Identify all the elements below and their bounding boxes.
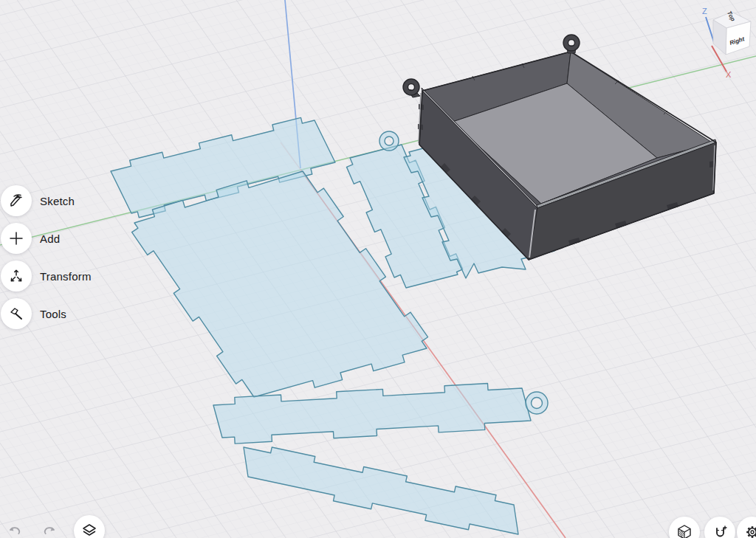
pen-icon: [8, 193, 24, 209]
add-label: Add: [40, 232, 60, 245]
undo-button[interactable]: [2, 518, 27, 538]
sketch-label: Sketch: [40, 195, 75, 207]
hammer-icon: [8, 306, 24, 322]
arrows-icon: [8, 268, 24, 284]
gear-icon: [743, 523, 756, 538]
z-axis-label: Z: [702, 7, 707, 15]
cad-viewport[interactable]: TopRightZX Sketch Add: [0, 0, 756, 538]
tools-label: Tools: [40, 308, 66, 320]
layers-icon: [80, 522, 98, 538]
modeling-canvas[interactable]: TopRightZX: [0, 0, 756, 538]
transform-button[interactable]: [1, 261, 32, 292]
add-button[interactable]: [1, 223, 32, 254]
magnet-icon: [711, 523, 729, 538]
sidebar-item-tools[interactable]: Tools: [1, 298, 66, 329]
sidebar-item-sketch[interactable]: Sketch: [1, 185, 75, 216]
tools-button[interactable]: [1, 298, 32, 329]
redo-icon: [40, 521, 59, 538]
sidebar-item-transform[interactable]: Transform: [1, 261, 92, 292]
material-cube-icon: [676, 523, 693, 538]
plus-icon: [8, 230, 24, 246]
sketch-button[interactable]: [1, 185, 32, 216]
transform-label: Transform: [40, 270, 92, 283]
x-axis-label: X: [726, 70, 732, 79]
redo-button[interactable]: [37, 518, 62, 538]
undo-icon: [5, 521, 24, 538]
sidebar-item-add[interactable]: Add: [1, 223, 60, 254]
